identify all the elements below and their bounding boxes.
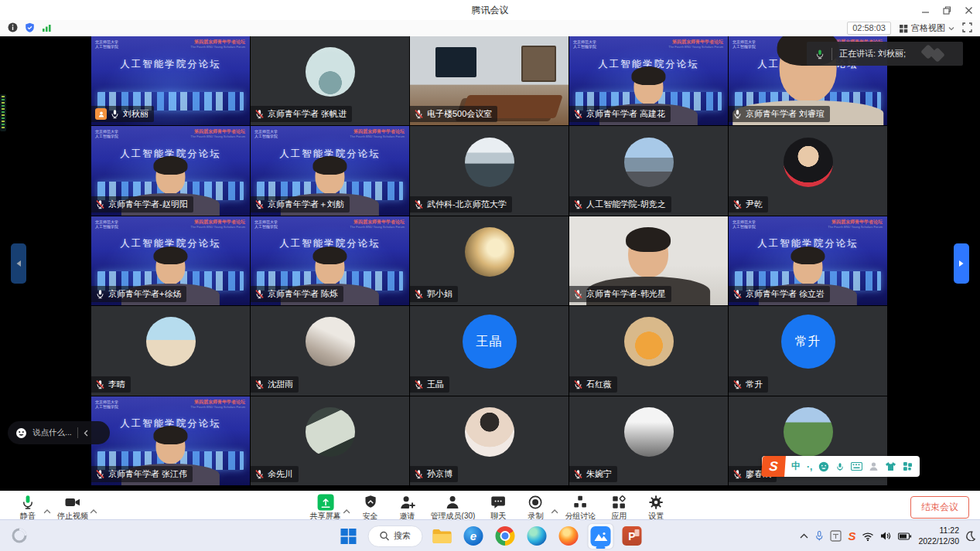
person-icon[interactable] [869,461,879,471]
ime-lang-toggle[interactable]: 中 [791,460,801,473]
video-tile[interactable]: 京师青年学者-韩光星 [569,216,728,305]
taskbar-clock[interactable]: 11:22 2022/12/30 [918,525,959,546]
avatar [624,138,674,187]
video-tile[interactable]: 王晶 王晶 [410,306,569,395]
shield-button[interactable]: 安全 [352,493,389,522]
members-button[interactable]: 管理成员(30) [426,493,480,522]
video-tile[interactable]: 余先川 [251,396,409,485]
sogou-logo[interactable]: S [761,456,786,477]
mic-muted-icon [732,289,743,299]
video-tile[interactable]: 武仲科-北京师范大学 [410,126,569,215]
video-tile[interactable]: 北京师范大学人工智能学院 第四届京师青年学者论坛The Fourth BNU Y… [251,216,409,305]
share-options-caret[interactable] [343,508,350,514]
video-tile[interactable]: 电子楼500会议室 [410,36,569,125]
info-icon[interactable] [8,22,18,36]
mic-icon [20,494,36,510]
file-explorer-icon[interactable] [429,524,454,549]
mic-options-caret[interactable] [43,508,51,514]
restore-icon[interactable] [941,5,952,15]
taskbar-search[interactable]: 搜索 [367,525,422,547]
voice-icon[interactable] [835,461,845,472]
video-tile[interactable]: 北京师范大学人工智能学院 第四届京师青年学者论坛The Fourth BNU Y… [729,216,887,305]
participant-name-label: 刘秋丽 [91,106,154,122]
mic-muted-icon [732,199,743,209]
avatar [465,138,514,187]
collapse-left-icon[interactable] [84,430,88,437]
ime-punctuation-toggle[interactable]: ·, [807,461,812,472]
volume-icon[interactable] [880,531,892,541]
video-tile[interactable]: 朱婉宁 [569,396,728,485]
breakout-button[interactable]: 分组讨论 [560,493,600,522]
video-tile[interactable]: 常升 常升 [729,306,887,395]
tencent-meeting-icon[interactable] [588,524,613,549]
firefox-icon[interactable] [556,524,581,549]
video-tile[interactable]: 北京师范大学人工智能学院 第四届京师青年学者论坛The Fourth BNU Y… [91,216,250,305]
video-tile[interactable]: 北京师范大学人工智能学院 第四届京师青年学者论坛The Fourth BNU Y… [569,36,728,125]
camera-button[interactable]: 停止视频 [53,493,93,522]
apps-button[interactable]: 应用 [600,493,637,522]
mic-muted-icon [254,199,265,209]
close-icon[interactable] [963,5,974,15]
invite-button[interactable]: 邀请 [389,493,426,522]
view-mode-selector[interactable]: 宫格视图 [899,22,954,34]
emoji-icon[interactable] [818,461,829,472]
tray-mic-icon[interactable] [814,530,824,542]
fullscreen-icon[interactable] [962,22,972,36]
wifi-icon[interactable] [862,532,874,541]
video-tile[interactable]: 石红薇 [569,306,728,395]
prev-page-arrow[interactable] [11,243,26,284]
quick-chat-bubble[interactable]: 说点什么... [8,421,110,444]
video-tile[interactable]: 沈甜雨 [251,306,409,395]
university-logo: 北京师范大学人工智能学院 [254,219,278,229]
participant-name: 石红薇 [586,379,612,390]
chrome-icon[interactable] [493,524,517,549]
ie-browser-icon[interactable]: e [461,524,486,549]
end-meeting-button[interactable]: 结束会议 [910,496,969,519]
avatar-initials: 常升 [781,315,835,369]
meeting-timer: 02:58:03 [847,22,891,35]
video-tile[interactable]: 尹乾 [729,126,887,215]
tray-expand-icon[interactable] [800,533,808,539]
video-tile[interactable]: 北京师范大学人工智能学院 第四届京师青年学者论坛The Fourth BNU Y… [91,126,250,215]
night-mode-icon[interactable] [965,531,975,541]
video-tile[interactable]: 李晴 [91,306,250,395]
share-button[interactable]: 共享屏幕 [306,493,346,522]
shield-icon [363,494,378,510]
video-tile[interactable]: 北京师范大学人工智能学院 第四届京师青年学者论坛The Fourth BNU Y… [91,36,250,125]
tray-sogou-icon[interactable]: S [848,529,855,542]
video-tile[interactable]: 北京师范大学人工智能学院 第四届京师青年学者论坛The Fourth BNU Y… [251,126,409,215]
edge-icon[interactable] [524,524,549,549]
record-options-caret[interactable] [551,508,558,514]
start-button[interactable] [336,524,360,549]
participant-name: 王晶 [427,379,444,390]
network-signal-icon[interactable] [42,22,52,36]
next-page-arrow[interactable] [954,243,969,284]
toolbar-left-group: 静音 停止视频 [9,493,99,522]
keyboard-icon[interactable] [851,462,862,471]
video-tile[interactable]: 孙京博 [410,396,569,485]
participant-name: 京师青年学者-赵明阳 [108,199,188,210]
tray-ime-icon[interactable] [830,530,842,542]
video-tile[interactable]: 人工智能学院-胡竞之 [569,126,728,215]
toolbox-icon[interactable] [903,461,913,471]
settings-button[interactable]: 设置 [637,493,674,522]
shield-check-icon[interactable] [25,22,35,36]
battery-icon[interactable] [898,532,912,540]
record-button[interactable]: 录制 [517,493,554,522]
mic-muted-icon [573,199,583,209]
quick-chat-placeholder: 说点什么... [32,427,72,438]
participant-name: 孙京博 [427,468,452,480]
video-tile[interactable]: 北京师范大学人工智能学院 第四届京师青年学者论坛The Fourth BNU Y… [91,396,250,485]
video-tile[interactable]: 京师青年学者 张帆进 [251,36,409,125]
minimize-icon[interactable] [920,5,930,15]
mic-button[interactable]: 静音 [9,493,46,522]
skin-icon[interactable] [885,461,896,471]
avatar [146,317,196,366]
camera-options-caret[interactable] [90,508,97,514]
participant-name-label: 朱婉宁 [569,466,617,482]
participant-name-label: 京师青年学者-韩光星 [569,286,671,302]
chat-button[interactable]: 聊天 [480,493,517,522]
powerpoint-icon[interactable]: P [620,524,644,549]
video-tile[interactable]: 郭小娟 [410,216,569,305]
swirl-icon[interactable] [11,527,28,547]
